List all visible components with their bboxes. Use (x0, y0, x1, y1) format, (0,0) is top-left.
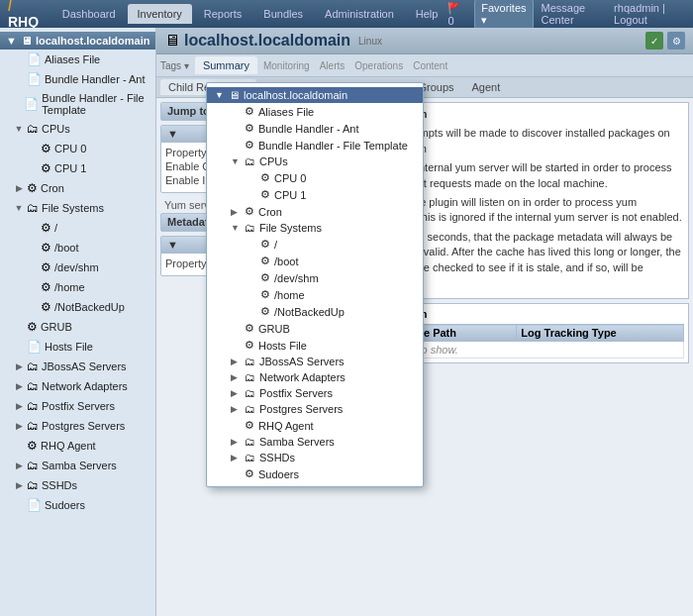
fs-root-drop-label: / (274, 239, 277, 251)
sidebar-item-fs-notbacked[interactable]: ⚙ /NotBackedUp (0, 297, 155, 317)
flag-count: 🚩 0 (447, 2, 466, 27)
jboss-drop-icon: 🗂 (245, 356, 255, 367)
sidebar-root[interactable]: ▼ 🖥 localhost.localdomain (0, 32, 155, 50)
sshds-expand: ▶ (14, 480, 24, 490)
dropdown-root[interactable]: ▼ 🖥 localhost.localdomain (207, 87, 423, 103)
nav-tab-dashboard[interactable]: Dashboard (52, 4, 126, 24)
sshds-drop-icon: 🗂 (245, 452, 255, 463)
sidebar-item-fs-root[interactable]: ⚙ / (0, 218, 155, 238)
cron-drop-label: Cron (258, 206, 282, 218)
network-icon: 🗂 (27, 379, 39, 393)
fs-devshm-label: /dev/shm (54, 261, 99, 273)
dropdown-postgres[interactable]: ▶ 🗂 Postgres Servers (207, 401, 423, 417)
sidebar-item-fs-home[interactable]: ⚙ /home (0, 277, 155, 297)
hosts-file-icon: 📄 (27, 340, 42, 354)
rhq-drop-icon: ⚙ (245, 419, 254, 432)
sidebar-item-fs-devshm[interactable]: ⚙ /dev/shm (0, 257, 155, 277)
network-expand: ▶ (14, 381, 24, 391)
sidebar-item-postgres[interactable]: ▶ 🗂 Postgres Servers (0, 416, 155, 436)
sidebar-item-filesystems[interactable]: ▼ 🗂 File Systems (0, 198, 155, 218)
fs-notbacked-icon: ⚙ (41, 300, 51, 314)
bundle-file-drop-label: Bundle Handler - File Template (258, 140, 408, 152)
operations-tab[interactable]: Operations (350, 57, 407, 74)
cron-label: Cron (41, 182, 64, 194)
dropdown-hosts-file[interactable]: ⚙ Hosts File (207, 337, 423, 354)
sidebar-item-cpu1[interactable]: ⚙ CPU 1 (0, 158, 155, 178)
sidebar-item-fs-boot[interactable]: ⚙ /boot (0, 238, 155, 257)
sidebar-item-grub[interactable]: ⚙ GRUB (0, 317, 155, 337)
sidebar-item-sshds[interactable]: ▶ 🗂 SSHDs (0, 475, 155, 495)
dropdown-fs-notbacked[interactable]: ⚙ /NotBackedUp (207, 303, 423, 320)
dropdown-bundle-file[interactable]: ⚙ Bundle Handler - File Template (207, 137, 423, 154)
sidebar-item-bundle-ant[interactable]: 📄 Bundle Handler - Ant (0, 69, 155, 89)
sidebar-item-postfix[interactable]: ▶ 🗂 Postfix Servers (0, 396, 155, 416)
content-tab[interactable]: Content (409, 57, 451, 74)
sidebar-item-sudoers[interactable]: 📄 Sudoers (0, 495, 155, 515)
dropdown-bundle-ant[interactable]: ⚙ Bundle Handler - Ant (207, 120, 423, 137)
dropdown-fs-devshm[interactable]: ⚙ /dev/shm (207, 269, 423, 286)
dropdown-sshds[interactable]: ▶ 🗂 SSHDs (207, 450, 423, 465)
fs-boot-icon: ⚙ (41, 241, 51, 255)
hosts-drop-icon: ⚙ (245, 339, 254, 352)
sidebar-item-samba[interactable]: ▶ 🗂 Samba Servers (0, 456, 155, 475)
dropdown-cpu1[interactable]: ⚙ CPU 1 (207, 186, 423, 203)
sidebar-item-hosts-file[interactable]: 📄 Hosts File (0, 337, 155, 357)
event-arrow: ▼ (167, 239, 178, 251)
tab-summary[interactable]: Summary (195, 56, 257, 74)
grub-drop-label: GRUB (258, 323, 290, 335)
dropdown-cpus[interactable]: ▼ 🗂 CPUs (207, 154, 423, 169)
dropdown-jboss[interactable]: ▶ 🗂 JBossAS Servers (207, 354, 423, 369)
dropdown-cpu0[interactable]: ⚙ CPU 0 (207, 169, 423, 186)
alerts-tab[interactable]: Alerts (316, 57, 349, 74)
message-center-link[interactable]: Message Center (542, 2, 607, 26)
bundle-file-drop-icon: ⚙ (245, 139, 254, 152)
sidebar-item-cron[interactable]: ▶ ⚙ Cron (0, 178, 155, 198)
sidebar-item-rhq-agent[interactable]: ⚙ RHQ Agent (0, 436, 155, 456)
check-icon[interactable]: ✓ (645, 32, 663, 50)
fs-boot-drop-label: /boot (274, 256, 298, 267)
dropdown-fs-home[interactable]: ⚙ /home (207, 286, 423, 303)
fs-root-drop-icon: ⚙ (260, 238, 270, 251)
dropdown-aliases[interactable]: ⚙ Aliases File (207, 103, 423, 120)
sidebar-item-aliases-file[interactable]: 📄 Aliases File (0, 50, 155, 69)
cpus-icon: 🗂 (27, 122, 39, 136)
cron-icon: ⚙ (27, 181, 38, 195)
dropdown-cron[interactable]: ▶ ⚙ Cron (207, 203, 423, 220)
fs-boot-drop-icon: ⚙ (260, 255, 270, 267)
settings-icon[interactable]: ⚙ (667, 32, 685, 50)
dropdown-sudoers[interactable]: ⚙ Sudoers (207, 465, 423, 482)
dropdown-postfix[interactable]: ▶ 🗂 Postfix Servers (207, 385, 423, 401)
postfix-drop-label: Postfix Servers (259, 387, 333, 399)
samba-drop-arrow: ▶ (231, 437, 241, 447)
cpu1-drop-icon: ⚙ (260, 188, 270, 201)
nav-tab-bundles[interactable]: Bundles (253, 4, 313, 24)
dropdown-fs-root[interactable]: ⚙ / (207, 236, 423, 253)
dropdown-rhq-agent[interactable]: ⚙ RHQ Agent (207, 417, 423, 434)
host-icon: 🖥 (164, 32, 180, 50)
aliases-file-label: Aliases File (45, 53, 100, 65)
monitoring-tab[interactable]: Monitoring (259, 57, 314, 74)
dropdown-filesystems[interactable]: ▼ 🗂 File Systems (207, 220, 423, 236)
cron-expand-arrow: ▶ (14, 183, 24, 193)
nav-tab-inventory[interactable]: Inventory (128, 4, 192, 24)
nav-tab-help[interactable]: Help (406, 4, 448, 24)
dropdown-samba[interactable]: ▶ 🗂 Samba Servers (207, 434, 423, 450)
sshds-drop-label: SSHDs (259, 452, 295, 463)
dropdown-fs-boot[interactable]: ⚙ /boot (207, 253, 423, 269)
user-info: rhqadmin | Logout (614, 2, 685, 26)
sidebar-item-cpu0[interactable]: ⚙ CPU 0 (0, 139, 155, 158)
sidebar-item-cpus[interactable]: ▼ 🗂 CPUs (0, 119, 155, 139)
favorites-button[interactable]: Favorites ▾ (474, 0, 533, 30)
nav-tab-reports[interactable]: Reports (194, 4, 252, 24)
dropdown-network[interactable]: ▶ 🗂 Network Adapters (207, 369, 423, 385)
nav-tab-administration[interactable]: Administration (315, 4, 404, 24)
sidebar-item-bundle-file[interactable]: 📄 Bundle Handler - File Template (0, 89, 155, 119)
dropdown-grub[interactable]: ⚙ GRUB (207, 320, 423, 337)
sudoers-drop-icon: ⚙ (245, 467, 254, 480)
network-drop-label: Network Adapters (259, 371, 346, 383)
cpu1-drop-label: CPU 1 (274, 189, 306, 201)
cpu0-label: CPU 0 (54, 143, 86, 154)
sidebar-item-network[interactable]: ▶ 🗂 Network Adapters (0, 376, 155, 396)
agent-tab[interactable]: Agent (464, 79, 509, 95)
sidebar-item-jboss[interactable]: ▶ 🗂 JBossAS Servers (0, 357, 155, 376)
